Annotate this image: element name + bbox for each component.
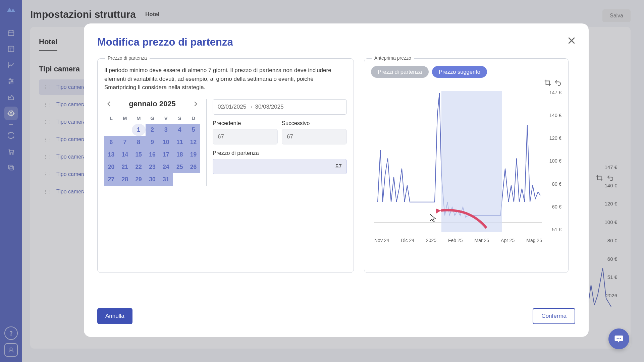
cal-day[interactable]: 29 <box>132 173 146 186</box>
calendar-prev-icon[interactable] <box>104 99 114 109</box>
dow: L <box>104 113 118 124</box>
cancel-button[interactable]: Annulla <box>97 308 132 324</box>
cal-day[interactable]: 17 <box>159 148 173 161</box>
dow: S <box>173 113 186 124</box>
modal-title: Modifica prezzo di partenza <box>97 36 575 48</box>
cal-day[interactable]: 11 <box>173 136 186 148</box>
cal-day[interactable]: 31 <box>159 173 173 186</box>
svg-point-25 <box>617 338 618 339</box>
calendar-month: gennaio 2025 <box>129 100 175 108</box>
cal-day[interactable]: 27 <box>104 173 118 186</box>
cal-day[interactable]: 15 <box>132 148 146 161</box>
dow: D <box>186 113 200 124</box>
cal-day[interactable]: 1 <box>132 124 146 136</box>
chart-y-axis: 147 € 140 € 120 € 100 € 80 € 60 € 51 € <box>545 90 561 232</box>
fieldset-label: Anteprima prezzo <box>372 55 414 61</box>
cal-day[interactable]: 13 <box>104 148 118 161</box>
chart-highlight-zone <box>441 91 502 232</box>
pill-prezzo-suggerito[interactable]: Prezzo suggerito <box>432 66 487 78</box>
x-tick: Mar 25 <box>475 238 489 243</box>
cal-day[interactable]: 16 <box>146 148 159 161</box>
modal-edit-price: Modifica prezzo di partenza Prezzo di pa… <box>84 23 589 337</box>
fieldset-anteprima: Anteprima prezzo Prezzi di partenza Prez… <box>364 58 569 273</box>
cal-day[interactable]: 30 <box>146 173 159 186</box>
y-tick: 140 € <box>549 113 561 118</box>
dow: V <box>159 113 173 124</box>
cal-day[interactable]: 4 <box>173 124 186 136</box>
x-tick: Feb 25 <box>448 238 463 243</box>
svg-point-26 <box>619 338 620 339</box>
y-tick: 100 € <box>549 158 561 164</box>
y-tick: 147 € <box>549 90 561 95</box>
y-tick: 120 € <box>549 135 561 141</box>
dow: M <box>118 113 132 124</box>
prev-input: 67 <box>213 129 278 144</box>
crop-icon[interactable] <box>544 79 551 86</box>
price-label: Prezzo di partenza <box>213 150 347 156</box>
cal-day[interactable]: 3 <box>159 124 173 136</box>
cursor-icon <box>429 214 437 222</box>
cal-day[interactable]: 18 <box>173 148 186 161</box>
cal-day[interactable]: 23 <box>146 161 159 173</box>
cal-day[interactable]: 26 <box>186 161 200 173</box>
cal-day[interactable]: 22 <box>132 161 146 173</box>
fieldset-prezzo-partenza: Prezzo di partenza Il periodo minimo dev… <box>97 58 354 273</box>
cal-day[interactable]: 8 <box>132 136 146 148</box>
x-tick: Dic 24 <box>401 238 414 243</box>
cal-day[interactable]: 19 <box>186 148 200 161</box>
dow: M <box>132 113 146 124</box>
cal-day[interactable]: 28 <box>118 173 132 186</box>
cal-day[interactable]: 21 <box>118 161 132 173</box>
cal-day[interactable]: 25 <box>173 161 186 173</box>
fieldset-label: Prezzo di partenza <box>105 55 150 61</box>
y-tick: 80 € <box>552 181 561 187</box>
x-tick: Apr 25 <box>501 238 515 243</box>
x-tick: Mag 25 <box>526 238 542 243</box>
y-tick: 51 € <box>552 227 561 232</box>
cal-day[interactable]: 7 <box>118 136 132 148</box>
x-tick: 2025 <box>426 238 436 243</box>
price-chart: 147 € 140 € 120 € 100 € 80 € 60 € 51 € N… <box>371 90 561 246</box>
next-input: 67 <box>282 129 347 144</box>
close-icon[interactable] <box>567 36 577 46</box>
cal-day[interactable]: 14 <box>118 148 132 161</box>
cal-day[interactable]: 12 <box>186 136 200 148</box>
price-fields: 02/01/2025 → 30/03/2025 Precedente 67 Su… <box>213 99 347 186</box>
cal-day[interactable]: 20 <box>104 161 118 173</box>
confirm-button[interactable]: Conferma <box>533 308 575 324</box>
cal-day[interactable]: 5 <box>186 124 200 136</box>
x-tick: Nov 24 <box>374 238 389 243</box>
pill-prezzi-partenza[interactable]: Prezzi di partenza <box>371 66 429 78</box>
next-label: Successivo <box>282 120 347 126</box>
cal-day[interactable]: 6 <box>104 136 118 148</box>
modal-description: Il periodo minimo deve essere di almeno … <box>104 66 347 92</box>
dow: G <box>146 113 159 124</box>
y-tick: 60 € <box>552 204 561 209</box>
chart-x-axis: Nov 24 Dic 24 2025 Feb 25 Mar 25 Apr 25 … <box>374 238 542 243</box>
calendar-next-icon[interactable] <box>191 99 200 109</box>
undo-icon[interactable] <box>554 79 561 86</box>
chat-bubble-icon[interactable] <box>608 328 629 349</box>
price-input[interactable]: 57 <box>213 159 347 174</box>
cal-day[interactable]: 9 <box>146 136 159 148</box>
prev-label: Precedente <box>213 120 278 126</box>
cal-day[interactable]: 10 <box>159 136 173 148</box>
date-range-input[interactable]: 02/01/2025 → 30/03/2025 <box>213 99 347 115</box>
calendar: gennaio 2025 L M M G V S D 1 2 3 <box>104 99 207 186</box>
cal-day[interactable]: 2 <box>146 124 159 136</box>
cal-day[interactable]: 24 <box>159 161 173 173</box>
svg-point-27 <box>620 338 621 339</box>
